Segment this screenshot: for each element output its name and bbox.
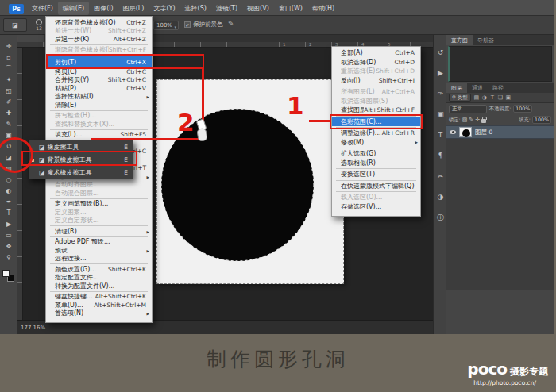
smart-object-filter-icon[interactable]: ▣: [504, 94, 512, 101]
menubar-item-select[interactable]: 选择(S): [180, 2, 211, 15]
menu-item[interactable]: 合并拷贝(Y) Shift+Ctrl+C: [46, 76, 152, 85]
brush-panel-icon[interactable]: ✑: [434, 86, 447, 106]
menu-item[interactable]: 调整边缘(F)... Alt+Ctrl+R: [332, 129, 420, 138]
panel-tab[interactable]: 通道: [467, 83, 488, 93]
menu-item[interactable]: 修改(M): [332, 138, 420, 148]
menubar-item-file[interactable]: 文件(F): [27, 2, 58, 15]
brush-tool[interactable]: ✎: [0, 119, 17, 130]
menu-item[interactable]: 菜单(U)... Alt+Shift+Ctrl+M: [46, 301, 152, 309]
lock-transparent-icon[interactable]: ▨: [462, 117, 468, 123]
menu-item[interactable]: 存储选区(V)...: [332, 202, 420, 212]
menu-item[interactable]: 选取相似(R): [332, 159, 420, 168]
foreground-color-swatch[interactable]: [2, 270, 10, 277]
menu-item[interactable]: 在快速蒙版模式下编辑(Q): [332, 182, 420, 191]
actions-panel-icon[interactable]: ▶: [434, 65, 447, 86]
menubar-item-image[interactable]: 图像(I): [89, 2, 118, 15]
filter-kind-dropdown[interactable]: ⚲ 类型: [449, 94, 471, 102]
panel-tab[interactable]: 直方图: [446, 35, 473, 45]
type-tool[interactable]: T: [0, 208, 17, 219]
lasso-tool[interactable]: ⌒: [0, 63, 17, 75]
shape-filter-icon[interactable]: ❏: [496, 94, 504, 101]
menu-item[interactable]: 扩大选取(G): [332, 149, 420, 159]
lock-all-icon[interactable]: [481, 119, 486, 123]
menu-item[interactable]: 粘贴(P) Ctrl+V: [46, 84, 152, 93]
zoom-tool[interactable]: ⚲: [0, 252, 17, 263]
menubar-item-layer[interactable]: 图层(L): [118, 2, 149, 15]
path-selection-tool[interactable]: ▶: [0, 219, 17, 230]
opacity-value[interactable]: 100%: [513, 105, 532, 113]
menu-item[interactable]: 取消选择(D) Ctrl+D: [332, 58, 420, 67]
menu-item[interactable]: 载入选区(O)...: [332, 193, 420, 202]
menu-item[interactable]: 还原背景色橡皮擦(O) Ctrl+Z: [46, 18, 152, 27]
menu-item[interactable]: 取消选择图层(S): [332, 97, 420, 106]
type-filter-icon[interactable]: T: [488, 94, 496, 101]
protect-foreground-option[interactable]: ✓ 保护前景色: [184, 21, 223, 29]
menubar-item-edit[interactable]: 编辑(E): [58, 2, 89, 15]
crop-tool[interactable]: ◱: [0, 86, 17, 97]
tolerance-dropdown[interactable]: 100% ▾: [153, 21, 179, 30]
menu-item[interactable]: 重新选择(E) Shift+Ctrl+D: [332, 67, 420, 76]
menu-item[interactable]: 查找和替换文本(X)...: [46, 120, 152, 129]
panel-tab[interactable]: 导航器: [473, 35, 499, 45]
hand-tool[interactable]: ✥: [0, 241, 17, 252]
menu-item[interactable]: 变换选区(T): [332, 170, 420, 179]
menu-item[interactable]: 键盘快捷键... Alt+Shift+Ctrl+K: [46, 293, 152, 302]
eyedropper-tool[interactable]: ✐: [0, 97, 17, 108]
layer-name[interactable]: 图层 0: [475, 129, 492, 136]
quick-selection-tool[interactable]: ✦: [0, 75, 17, 86]
menu-item[interactable]: 拼写检查(H)...: [46, 112, 152, 121]
menu-item[interactable]: 后退一步(K) Alt+Ctrl+Z: [46, 35, 152, 44]
menu-item[interactable]: 首选项(N): [46, 309, 152, 318]
clone-source-panel-icon[interactable]: ▣: [434, 106, 447, 127]
history-panel-icon[interactable]: ↺: [434, 44, 447, 65]
menu-item[interactable]: 全部(A) Ctrl+A: [332, 48, 420, 58]
menu-item[interactable]: 定义图案...: [46, 208, 152, 217]
menubar-item-window[interactable]: 窗口(W): [274, 2, 307, 15]
menu-item[interactable]: 清除(E): [46, 101, 152, 110]
marquee-tool[interactable]: ▫: [0, 52, 17, 63]
zoom-level-value[interactable]: 177.16%: [21, 325, 45, 331]
lock-paint-icon[interactable]: ✎: [469, 117, 473, 123]
menu-item[interactable]: 自动对齐图层...: [46, 181, 152, 190]
menu-item[interactable]: Adobe PDF 预设...: [46, 238, 152, 247]
menu-item[interactable]: 自动混合图层...: [46, 189, 152, 198]
layer-thumbnail[interactable]: [459, 127, 472, 137]
menu-item[interactable]: 查找图层 Alt+Shift+Ctrl+F: [332, 106, 420, 115]
adjustments-panel-icon[interactable]: ◑: [434, 189, 447, 209]
move-tool[interactable]: ✛: [0, 41, 17, 52]
menubar-item-view[interactable]: 视图(V): [242, 2, 274, 15]
menu-item[interactable]: 选择性粘贴(I): [46, 93, 152, 102]
pen-tool[interactable]: ✒: [0, 197, 17, 208]
menu-item[interactable]: 定义画笔预设(B)...: [46, 200, 152, 209]
flyout-item-magic-eraser[interactable]: ▪ ◪ 魔术橡皮擦工具 E: [29, 166, 133, 179]
menu-item[interactable]: 指定配置文件...: [46, 274, 152, 282]
pen-pressure-icon[interactable]: ✎: [228, 20, 234, 28]
menu-item[interactable]: 反向(I) Shift+Ctrl+I: [332, 76, 420, 86]
character-panel-icon[interactable]: T: [434, 127, 447, 148]
menu-item[interactable]: 清理(R): [46, 227, 152, 236]
panel-tab[interactable]: 路径: [488, 83, 508, 93]
menu-item[interactable]: 预设: [46, 246, 152, 255]
panel-tab[interactable]: 图层: [446, 83, 467, 93]
scissors-panel-icon[interactable]: ✂: [434, 168, 447, 189]
fill-value[interactable]: 100%: [532, 116, 551, 124]
lock-position-icon[interactable]: ✛: [475, 117, 480, 123]
brush-preset-picker[interactable]: 13: [32, 17, 46, 33]
menu-item[interactable]: 远程连接...: [46, 255, 152, 263]
blend-mode-dropdown[interactable]: 正常: [449, 105, 487, 113]
menubar-item-filter[interactable]: 滤镜(T): [211, 2, 242, 15]
menu-item[interactable]: 所有图层(L) Alt+Ctrl+A: [332, 87, 420, 97]
shape-tool[interactable]: ▭: [0, 230, 17, 241]
checkbox-checked-icon[interactable]: ✓: [184, 21, 191, 28]
adjustment-filter-icon[interactable]: ◑: [481, 94, 488, 101]
healing-brush-tool[interactable]: ✚: [0, 108, 17, 119]
menu-item[interactable]: 颜色设置(G)... Shift+Ctrl+K: [46, 265, 152, 274]
menu-item[interactable]: 前进一步(W) Shift+Ctrl+Z: [46, 27, 152, 36]
info-panel-icon[interactable]: ⓘ: [434, 209, 447, 230]
paragraph-panel-icon[interactable]: ¶: [434, 148, 447, 168]
dodge-tool[interactable]: ◐: [0, 186, 17, 197]
menubar-item-type[interactable]: 文字(Y): [149, 2, 180, 15]
pixel-filter-icon[interactable]: ▤: [473, 94, 481, 101]
menubar-item-help[interactable]: 帮助(H): [307, 2, 339, 15]
menu-item[interactable]: 转换为配置文件(V)...: [46, 282, 152, 290]
